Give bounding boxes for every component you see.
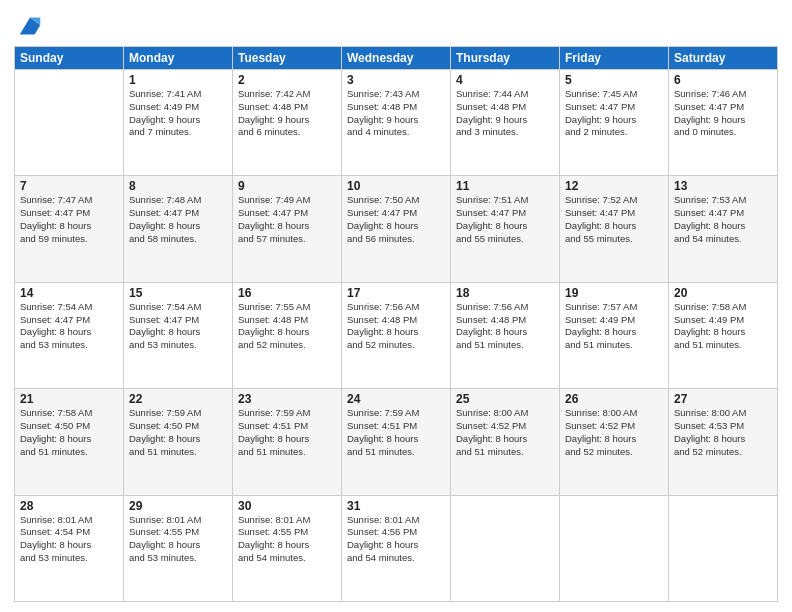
day-number: 15 [129, 286, 227, 300]
day-info: Sunrise: 7:59 AM Sunset: 4:51 PM Dayligh… [238, 407, 336, 458]
day-info: Sunrise: 7:54 AM Sunset: 4:47 PM Dayligh… [129, 301, 227, 352]
calendar-cell: 21Sunrise: 7:58 AM Sunset: 4:50 PM Dayli… [15, 389, 124, 495]
calendar-table: SundayMondayTuesdayWednesdayThursdayFrid… [14, 46, 778, 602]
day-info: Sunrise: 7:48 AM Sunset: 4:47 PM Dayligh… [129, 194, 227, 245]
calendar-cell: 16Sunrise: 7:55 AM Sunset: 4:48 PM Dayli… [233, 282, 342, 388]
calendar-cell [15, 70, 124, 176]
calendar-cell: 5Sunrise: 7:45 AM Sunset: 4:47 PM Daylig… [560, 70, 669, 176]
day-info: Sunrise: 7:58 AM Sunset: 4:49 PM Dayligh… [674, 301, 772, 352]
day-number: 4 [456, 73, 554, 87]
calendar-cell: 23Sunrise: 7:59 AM Sunset: 4:51 PM Dayli… [233, 389, 342, 495]
day-header-monday: Monday [124, 47, 233, 70]
header [14, 10, 778, 40]
calendar-cell: 7Sunrise: 7:47 AM Sunset: 4:47 PM Daylig… [15, 176, 124, 282]
calendar-cell [451, 495, 560, 601]
day-info: Sunrise: 7:44 AM Sunset: 4:48 PM Dayligh… [456, 88, 554, 139]
day-number: 9 [238, 179, 336, 193]
calendar-cell: 31Sunrise: 8:01 AM Sunset: 4:56 PM Dayli… [342, 495, 451, 601]
day-number: 26 [565, 392, 663, 406]
day-info: Sunrise: 7:47 AM Sunset: 4:47 PM Dayligh… [20, 194, 118, 245]
calendar-cell: 3Sunrise: 7:43 AM Sunset: 4:48 PM Daylig… [342, 70, 451, 176]
day-number: 5 [565, 73, 663, 87]
day-number: 8 [129, 179, 227, 193]
days-header-row: SundayMondayTuesdayWednesdayThursdayFrid… [15, 47, 778, 70]
day-number: 13 [674, 179, 772, 193]
calendar-cell: 20Sunrise: 7:58 AM Sunset: 4:49 PM Dayli… [669, 282, 778, 388]
day-info: Sunrise: 7:59 AM Sunset: 4:51 PM Dayligh… [347, 407, 445, 458]
day-info: Sunrise: 7:55 AM Sunset: 4:48 PM Dayligh… [238, 301, 336, 352]
day-number: 30 [238, 499, 336, 513]
day-info: Sunrise: 7:59 AM Sunset: 4:50 PM Dayligh… [129, 407, 227, 458]
day-number: 10 [347, 179, 445, 193]
day-info: Sunrise: 7:54 AM Sunset: 4:47 PM Dayligh… [20, 301, 118, 352]
calendar-cell: 4Sunrise: 7:44 AM Sunset: 4:48 PM Daylig… [451, 70, 560, 176]
day-info: Sunrise: 7:58 AM Sunset: 4:50 PM Dayligh… [20, 407, 118, 458]
page: SundayMondayTuesdayWednesdayThursdayFrid… [0, 0, 792, 612]
calendar-cell: 6Sunrise: 7:46 AM Sunset: 4:47 PM Daylig… [669, 70, 778, 176]
week-row-3: 14Sunrise: 7:54 AM Sunset: 4:47 PM Dayli… [15, 282, 778, 388]
day-number: 28 [20, 499, 118, 513]
day-number: 20 [674, 286, 772, 300]
calendar-cell: 9Sunrise: 7:49 AM Sunset: 4:47 PM Daylig… [233, 176, 342, 282]
calendar-cell: 30Sunrise: 8:01 AM Sunset: 4:55 PM Dayli… [233, 495, 342, 601]
day-number: 17 [347, 286, 445, 300]
logo-icon [16, 12, 44, 40]
day-number: 11 [456, 179, 554, 193]
calendar-cell: 11Sunrise: 7:51 AM Sunset: 4:47 PM Dayli… [451, 176, 560, 282]
day-number: 1 [129, 73, 227, 87]
day-info: Sunrise: 8:01 AM Sunset: 4:55 PM Dayligh… [129, 514, 227, 565]
day-number: 14 [20, 286, 118, 300]
day-info: Sunrise: 7:56 AM Sunset: 4:48 PM Dayligh… [347, 301, 445, 352]
calendar-cell: 22Sunrise: 7:59 AM Sunset: 4:50 PM Dayli… [124, 389, 233, 495]
day-info: Sunrise: 8:00 AM Sunset: 4:52 PM Dayligh… [565, 407, 663, 458]
day-number: 7 [20, 179, 118, 193]
day-header-tuesday: Tuesday [233, 47, 342, 70]
day-info: Sunrise: 7:52 AM Sunset: 4:47 PM Dayligh… [565, 194, 663, 245]
day-number: 31 [347, 499, 445, 513]
day-number: 29 [129, 499, 227, 513]
day-info: Sunrise: 7:45 AM Sunset: 4:47 PM Dayligh… [565, 88, 663, 139]
day-info: Sunrise: 8:01 AM Sunset: 4:55 PM Dayligh… [238, 514, 336, 565]
day-number: 23 [238, 392, 336, 406]
day-header-saturday: Saturday [669, 47, 778, 70]
day-header-sunday: Sunday [15, 47, 124, 70]
day-number: 3 [347, 73, 445, 87]
day-info: Sunrise: 7:43 AM Sunset: 4:48 PM Dayligh… [347, 88, 445, 139]
calendar-cell: 25Sunrise: 8:00 AM Sunset: 4:52 PM Dayli… [451, 389, 560, 495]
day-number: 25 [456, 392, 554, 406]
day-info: Sunrise: 7:42 AM Sunset: 4:48 PM Dayligh… [238, 88, 336, 139]
day-info: Sunrise: 7:49 AM Sunset: 4:47 PM Dayligh… [238, 194, 336, 245]
calendar-cell: 1Sunrise: 7:41 AM Sunset: 4:49 PM Daylig… [124, 70, 233, 176]
day-number: 18 [456, 286, 554, 300]
calendar-cell: 2Sunrise: 7:42 AM Sunset: 4:48 PM Daylig… [233, 70, 342, 176]
day-number: 16 [238, 286, 336, 300]
day-info: Sunrise: 7:56 AM Sunset: 4:48 PM Dayligh… [456, 301, 554, 352]
day-info: Sunrise: 8:00 AM Sunset: 4:53 PM Dayligh… [674, 407, 772, 458]
calendar-cell: 10Sunrise: 7:50 AM Sunset: 4:47 PM Dayli… [342, 176, 451, 282]
day-number: 19 [565, 286, 663, 300]
calendar-cell: 29Sunrise: 8:01 AM Sunset: 4:55 PM Dayli… [124, 495, 233, 601]
week-row-4: 21Sunrise: 7:58 AM Sunset: 4:50 PM Dayli… [15, 389, 778, 495]
week-row-2: 7Sunrise: 7:47 AM Sunset: 4:47 PM Daylig… [15, 176, 778, 282]
day-info: Sunrise: 8:01 AM Sunset: 4:54 PM Dayligh… [20, 514, 118, 565]
calendar-cell: 19Sunrise: 7:57 AM Sunset: 4:49 PM Dayli… [560, 282, 669, 388]
day-info: Sunrise: 7:57 AM Sunset: 4:49 PM Dayligh… [565, 301, 663, 352]
day-info: Sunrise: 8:00 AM Sunset: 4:52 PM Dayligh… [456, 407, 554, 458]
day-header-friday: Friday [560, 47, 669, 70]
day-number: 6 [674, 73, 772, 87]
day-number: 2 [238, 73, 336, 87]
day-header-thursday: Thursday [451, 47, 560, 70]
calendar-cell: 28Sunrise: 8:01 AM Sunset: 4:54 PM Dayli… [15, 495, 124, 601]
day-info: Sunrise: 7:41 AM Sunset: 4:49 PM Dayligh… [129, 88, 227, 139]
day-header-wednesday: Wednesday [342, 47, 451, 70]
logo [14, 14, 44, 40]
calendar-cell: 27Sunrise: 8:00 AM Sunset: 4:53 PM Dayli… [669, 389, 778, 495]
calendar-cell: 17Sunrise: 7:56 AM Sunset: 4:48 PM Dayli… [342, 282, 451, 388]
calendar-cell: 8Sunrise: 7:48 AM Sunset: 4:47 PM Daylig… [124, 176, 233, 282]
day-info: Sunrise: 7:53 AM Sunset: 4:47 PM Dayligh… [674, 194, 772, 245]
day-info: Sunrise: 8:01 AM Sunset: 4:56 PM Dayligh… [347, 514, 445, 565]
calendar-cell: 15Sunrise: 7:54 AM Sunset: 4:47 PM Dayli… [124, 282, 233, 388]
calendar-cell: 14Sunrise: 7:54 AM Sunset: 4:47 PM Dayli… [15, 282, 124, 388]
calendar-cell: 13Sunrise: 7:53 AM Sunset: 4:47 PM Dayli… [669, 176, 778, 282]
calendar-cell [560, 495, 669, 601]
